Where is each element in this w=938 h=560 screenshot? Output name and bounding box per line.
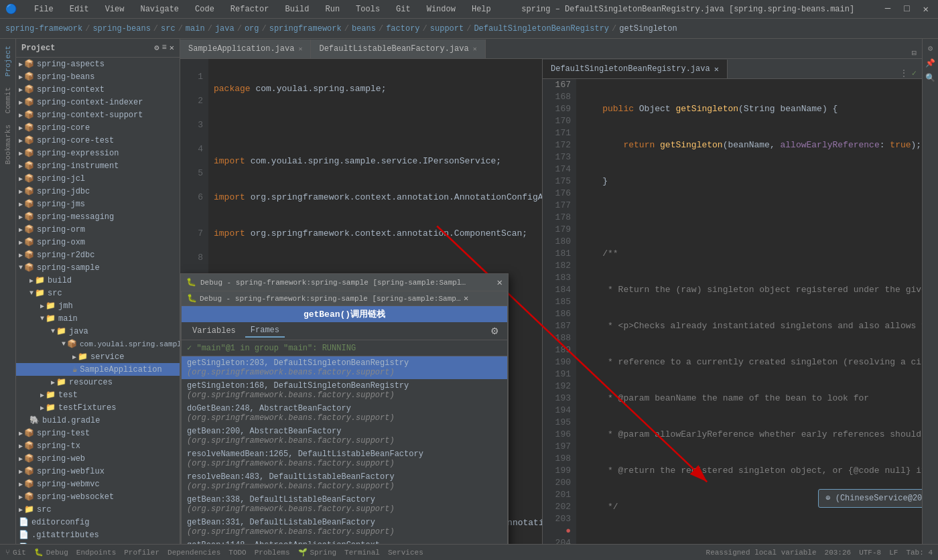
tab-defaultlistablebeanfactory[interactable]: DefaultListableBeanFactory.java ✕ [311,40,485,58]
debug-frame-7[interactable]: getBean:331, DefaultListableBeanFactory … [182,516,507,539]
sidebar-item-spring-core-test[interactable]: ▶📦spring-core-test [16,134,180,147]
sidebar-item-spring-orm[interactable]: ▶📦spring-orm [16,223,180,236]
sidebar-item-spring-aspects[interactable]: ▶📦spring-aspects [16,58,180,70]
menu-window[interactable]: Window [423,3,460,15]
breadcrumb-support[interactable]: support [430,24,464,33]
commit-icon[interactable]: Commit [4,83,12,118]
editor-split-icon[interactable]: ⊟ [912,48,917,58]
sidebar-item-spring-jms[interactable]: ▶📦spring-jms [16,198,180,210]
sidebar-settings-icon[interactable]: ⚙ [154,43,159,53]
tab-sampleapplication-close[interactable]: ✕ [298,45,302,53]
sidebar-item-spring-context-indexer[interactable]: ▶📦spring-context-indexer [16,96,180,109]
debug-frame-1[interactable]: getSingleton:168, DefaultSingletonBeanRe… [182,379,507,402]
debug-tab-variables[interactable]: Variables [187,325,241,337]
status-problems[interactable]: Problems [255,549,290,557]
sidebar-collapse-icon[interactable]: ≡ [162,43,167,53]
bookmarks-icon[interactable]: Bookmarks [4,121,12,168]
debug-dialog-close2[interactable]: ✕ [464,293,468,303]
status-encoding[interactable]: UTF-8 [859,549,881,557]
sidebar-item-src-root[interactable]: ▶📁src [16,503,180,516]
tab-defaultlistablebeanfactory-close[interactable]: ✕ [473,45,477,53]
sidebar-item-spring-websocket[interactable]: ▶📦spring-websocket [16,490,180,503]
debug-frame-8[interactable]: getBean:1148, AbstractApplicationContext… [182,539,507,544]
menu-code[interactable]: Code [191,3,218,15]
right-panel-menu-icon[interactable]: ⋮ [900,68,908,78]
sidebar-item-spring-web[interactable]: ▶📦spring-web [16,452,180,465]
sidebar-item-testfixtures[interactable]: ▶📁testFixtures [16,401,180,414]
right-code-editor[interactable]: 167 168 169 170 171 172 173 174 175 176 … [543,79,922,544]
menu-build[interactable]: Build [281,3,313,15]
sidebar-item-spring-expression[interactable]: ▶📦spring-expression [16,147,180,159]
debug-frame-6[interactable]: getBean:338, DefaultListableBeanFactory … [182,493,507,516]
status-dependencies[interactable]: Dependencies [168,549,220,557]
close-button[interactable]: ✕ [919,2,933,16]
sidebar-item-test[interactable]: ▶📁test [16,389,180,401]
breadcrumb-java[interactable]: java [215,24,234,33]
breadcrumb-spring-beans[interactable]: spring-beans [92,24,150,33]
menu-edit[interactable]: Edit [66,3,93,15]
breadcrumb-factory[interactable]: factory [386,24,419,33]
status-position[interactable]: 203:26 [825,549,852,557]
status-git[interactable]: ⑂ Git [5,549,26,557]
sidebar-item-spring-messaging[interactable]: ▶📦spring-messaging [16,210,180,223]
window-controls[interactable]: ─ □ ✕ [881,2,933,16]
breadcrumb-class[interactable]: DefaultSingletonBeanRegistry [474,24,609,33]
debug-tab-frames[interactable]: Frames [245,324,285,338]
sidebar-item-spring-context-support[interactable]: ▶📦spring-context-support [16,109,180,121]
menu-git[interactable]: Git [392,3,415,15]
tab-sampleapplication[interactable]: SampleApplication.java ✕ [180,40,311,58]
sidebar-item-editorconfig[interactable]: 📄editorconfig [16,516,180,529]
status-todo[interactable]: TODO [228,549,246,557]
sidebar-item-spring-webmvc[interactable]: ▶📦spring-webmvc [16,478,180,490]
sidebar-item-main[interactable]: ▼📁main [16,312,180,325]
debug-frame-4[interactable]: resolveNamedBean:1265, DefaultListableBe… [182,447,507,470]
minimize-button[interactable]: ─ [881,2,894,16]
sidebar-item-spring-jdbc[interactable]: ▶📦spring-jdbc [16,185,180,198]
sidebar-item-spring-context[interactable]: ▶📦spring-context [16,83,180,96]
breadcrumb-springframework[interactable]: springframework [269,24,342,33]
sidebar-item-spring-instrument[interactable]: ▶📦spring-instrument [16,159,180,172]
debug-dialog-close1[interactable]: ✕ [497,277,503,288]
status-line-ending[interactable]: LF [889,549,898,557]
breadcrumb-beans[interactable]: beans [352,24,376,33]
sidebar-item-spring-core[interactable]: ▶📦spring-core [16,121,180,134]
status-indent[interactable]: Tab: 4 [906,549,933,557]
debug-dialog-title2[interactable]: 🐛 Debug - spring-framework:spring-sample… [182,291,507,306]
sidebar-item-service[interactable]: ▶📁service [16,350,180,363]
right-sidebar-btn2[interactable]: 📌 [924,56,937,70]
sidebar-item-gitattributes[interactable]: 📄.gitattributes [16,529,180,541]
status-spring[interactable]: 🌱 Spring [298,548,337,557]
sidebar-item-spring-r2dbc[interactable]: ▶📦spring-r2dbc [16,249,180,261]
sidebar-item-jmh[interactable]: ▶📁jmh [16,299,180,312]
status-endpoints[interactable]: Endpoints [76,549,116,557]
debug-dialog-title1[interactable]: 🐛 Debug - spring-framework:spring-sample… [181,274,508,291]
project-icon[interactable]: Project [4,42,12,80]
debug-frame-2[interactable]: doGetBean:248, AbstractBeanFactory (org.… [182,402,507,425]
sidebar-item-spring-webflux[interactable]: ▶📦spring-webflux [16,465,180,478]
menu-view[interactable]: View [101,3,129,15]
debug-frame-0[interactable]: getSingleton:203, DefaultSingletonBeanRe… [182,356,507,379]
status-services[interactable]: Services [388,549,423,557]
status-debug[interactable]: 🐛 Debug [34,548,68,557]
debug-filter-button[interactable]: ⚙ [488,324,502,338]
sidebar-item-sampleapplication[interactable]: ☕SampleApplication [16,363,180,376]
menu-file[interactable]: File [30,3,58,15]
breadcrumb-main[interactable]: main [186,24,205,33]
status-terminal[interactable]: Terminal [344,549,380,557]
debug-frame-5[interactable]: resolveBean:483, DefaultListableBeanFact… [182,470,507,493]
maximize-button[interactable]: □ [900,2,913,16]
sidebar-item-build[interactable]: ▶📁build [16,274,180,287]
menu-run[interactable]: Run [321,3,344,15]
menu-navigate[interactable]: Navigate [136,3,183,15]
right-sidebar-btn3[interactable]: 🔍 [924,71,937,84]
sidebar-item-java[interactable]: ▼📁java [16,325,180,338]
status-profiler[interactable]: Profiler [124,549,159,557]
menu-tools[interactable]: Tools [352,3,384,15]
sidebar-item-spring-test[interactable]: ▶📦spring-test [16,427,180,439]
right-sidebar-btn1[interactable]: ⚙ [924,42,937,55]
sidebar-item-package[interactable]: ▼📦com.youlai.spring.sample [16,338,180,350]
sidebar-item-buildgradle[interactable]: 🐘build.gradle [16,414,180,427]
breadcrumb-spring-framework[interactable]: spring-framework [5,24,82,33]
breadcrumb-method[interactable]: getSingleton [619,24,677,33]
sidebar-item-resources[interactable]: ▶📁resources [16,376,180,389]
